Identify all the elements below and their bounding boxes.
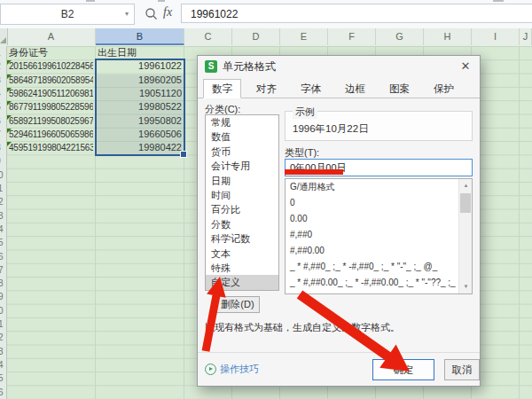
row-header-4[interactable]: 4 — [0, 87, 7, 100]
row-header-15[interactable]: 15 — [0, 236, 7, 249]
cell-b1-date-header[interactable]: 出生日期 — [98, 46, 182, 59]
format-code-item[interactable]: _ * #,##0_ ;_ * -#,##0_ ;_ * "-"_ ;_ @_ — [286, 259, 458, 275]
scrollbar[interactable]: ▲ ▼ — [458, 179, 472, 293]
row-header-2[interactable]: 2 — [0, 59, 7, 73]
wps-spreadsheet-icon: S — [205, 60, 217, 73]
format-code-item[interactable]: G/通用格式 — [286, 179, 458, 195]
format-code-item[interactable]: 0 — [286, 195, 458, 211]
column-header-F[interactable]: F — [328, 28, 376, 45]
delete-button[interactable]: 删除(D) — [215, 296, 260, 313]
tab-对齐[interactable]: 对齐 — [247, 79, 286, 98]
error-indicator-icon — [7, 115, 12, 120]
close-icon[interactable]: ✕ — [453, 58, 478, 75]
tab-边框[interactable]: 边框 — [336, 79, 374, 98]
row-header-11[interactable]: 11 — [0, 182, 7, 195]
row-header-6[interactable]: 6 — [0, 114, 7, 128]
row-header-20[interactable]: 20 — [0, 304, 7, 317]
column-header-H[interactable]: H — [424, 28, 472, 45]
row-header-10[interactable]: 10 — [0, 168, 7, 182]
row-header-9[interactable]: 9 — [0, 154, 7, 168]
format-code-item[interactable]: #,##0.00 — [286, 243, 458, 259]
category-item-自定义[interactable]: 自定义 — [206, 275, 278, 289]
row-header-13[interactable]: 13 — [0, 209, 7, 223]
dialog-tabs: 数字对齐字体边框图案保护 — [203, 79, 463, 98]
category-item-会计专用[interactable]: 会计专用 — [206, 159, 278, 173]
error-indicator-icon — [7, 129, 12, 133]
column-header-I[interactable]: I — [472, 28, 520, 45]
column-header-B[interactable]: B — [96, 28, 184, 45]
cancel-button[interactable]: 取消 — [444, 359, 480, 380]
category-item-特殊[interactable]: 特殊 — [206, 261, 278, 275]
row-header-19[interactable]: 19 — [0, 290, 7, 303]
cell-id-number[interactable]: 586487189602058954 — [9, 74, 93, 87]
fill-handle[interactable] — [180, 151, 187, 158]
row-number: 16 — [0, 250, 7, 263]
column-header-E[interactable]: E — [280, 28, 328, 45]
category-item-日期[interactable]: 日期 — [206, 174, 278, 188]
row-header-18[interactable]: 18 — [0, 277, 7, 290]
row-header-14[interactable]: 14 — [0, 223, 7, 236]
row-header-25[interactable]: 25 — [0, 372, 7, 385]
tips-link[interactable]: 操作技巧 — [205, 363, 259, 376]
insert-function-icon[interactable]: fx — [163, 5, 172, 20]
row-header-23[interactable]: 23 — [0, 345, 7, 358]
row-header-3[interactable]: 3 — [0, 74, 7, 87]
format-code-item[interactable]: 0.00 — [286, 211, 458, 227]
category-item-科学记数[interactable]: 科学记数 — [206, 231, 278, 246]
ribbon-artifact — [86, 0, 95, 2]
category-item-常规[interactable]: 常规 — [206, 115, 278, 129]
category-item-时间[interactable]: 时间 — [206, 188, 278, 202]
category-item-货币[interactable]: 货币 — [206, 145, 278, 159]
formula-input[interactable]: 19961022 — [181, 4, 532, 23]
ribbon-artifact — [493, 0, 504, 2]
row-header-21[interactable]: 21 — [0, 317, 7, 331]
tips-link-label: 操作技巧 — [220, 363, 259, 376]
row-header-26[interactable]: 26 — [0, 386, 7, 399]
cell-id-number[interactable]: 459519199804221563 — [9, 141, 93, 154]
column-header-D[interactable]: D — [232, 28, 280, 45]
column-header-J[interactable]: J — [520, 28, 532, 45]
cell-id-number[interactable]: 529461196605065986 — [9, 128, 93, 141]
row-header-22[interactable]: 22 — [0, 331, 7, 344]
name-box[interactable]: B2 ▾ — [0, 4, 135, 25]
row-header-8[interactable]: 8 — [0, 141, 7, 154]
ok-button[interactable]: 确定 — [372, 359, 434, 380]
category-item-文本[interactable]: 文本 — [206, 246, 278, 261]
cell-id-number[interactable]: 598624190511206981 — [9, 87, 93, 100]
category-item-分数[interactable]: 分数 — [206, 217, 278, 231]
zoom-search-icon[interactable] — [145, 7, 159, 21]
row-header-24[interactable]: 24 — [0, 358, 7, 372]
play-icon — [205, 364, 216, 375]
tab-保护[interactable]: 保护 — [425, 79, 463, 98]
cell-id-number[interactable]: 201566199610228456 — [9, 59, 93, 73]
row-header-1[interactable]: 1 — [0, 46, 7, 59]
tab-字体[interactable]: 字体 — [292, 79, 330, 98]
scroll-up-icon[interactable]: ▲ — [459, 179, 473, 192]
tab-数字[interactable]: 数字 — [203, 79, 241, 98]
column-header-C[interactable]: C — [184, 28, 232, 45]
format-code-item[interactable]: _ * #,##0.00_ ;_ * -#,##0.00_ ;_ * "-"??… — [286, 275, 458, 291]
row-number: 26 — [0, 386, 7, 399]
scrollbar-thumb[interactable] — [460, 193, 471, 213]
row-header-7[interactable]: 7 — [0, 128, 7, 141]
chevron-down-icon[interactable]: ▾ — [125, 4, 129, 24]
row-number: 9 — [0, 154, 7, 168]
cell-id-number[interactable]: 658921199508025967 — [9, 114, 93, 128]
tab-图案[interactable]: 图案 — [380, 79, 419, 98]
category-item-数值[interactable]: 数值 — [206, 129, 278, 144]
scroll-down-icon[interactable]: ▼ — [459, 280, 473, 293]
column-header-A[interactable]: A — [7, 28, 96, 45]
column-header-G[interactable]: G — [376, 28, 424, 45]
row-header-5[interactable]: 5 — [0, 100, 7, 113]
selection-fill — [97, 74, 184, 155]
cell-id-number[interactable]: 867791199805228596 — [9, 100, 93, 113]
example-groupbox: 示例 1996年10月22日 — [285, 111, 473, 141]
format-code-item[interactable]: #,##0 — [286, 227, 458, 243]
cell-a1-id-header[interactable]: 身份证号 — [9, 46, 93, 59]
category-item-百分比[interactable]: 百分比 — [206, 202, 278, 216]
format-code-listbox: G/通用格式00.00#,##0#,##0.00_ * #,##0_ ;_ * … — [285, 178, 473, 294]
row-header-12[interactable]: 12 — [0, 195, 7, 208]
row-header-17[interactable]: 17 — [0, 263, 7, 277]
row-header-16[interactable]: 16 — [0, 250, 7, 263]
annotation-red-underline — [285, 169, 343, 175]
